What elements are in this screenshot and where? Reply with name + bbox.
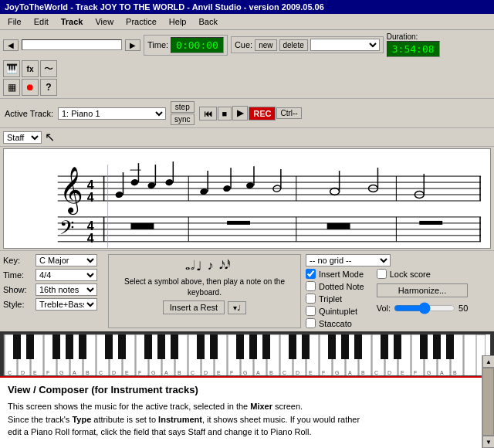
menu-file[interactable]: File [2, 15, 28, 28]
svg-text:E: E [309, 370, 313, 375]
triplet-label: Triplet [319, 294, 342, 304]
step-btn[interactable]: step [171, 101, 195, 113]
menu-help[interactable]: Help [163, 15, 193, 28]
half-note-sym[interactable]: 𝅗𝅥 [189, 258, 192, 274]
rest-options-btn[interactable]: ▾♩ [228, 301, 246, 314]
cue-select[interactable] [310, 39, 380, 51]
svg-text:D: D [21, 370, 25, 375]
active-track-select[interactable]: 1: Piano 1 [58, 107, 166, 120]
keyboard-icon-btn[interactable]: ▦ [3, 79, 20, 96]
duration-section: Duration: 3:54:08 [387, 32, 440, 57]
description-paragraph-1: This screen shows the music for the acti… [8, 400, 486, 413]
triplet-checkbox[interactable] [306, 294, 316, 304]
svg-rect-109 [289, 334, 296, 359]
stop-btn[interactable]: ■ [218, 107, 232, 120]
time-sig-select[interactable]: 4/4 3/4 6/8 [36, 269, 97, 281]
svg-rect-101 [144, 334, 152, 359]
svg-text:C: C [191, 370, 195, 375]
desc-text2c: attribute is set to [91, 415, 158, 424]
scroll-left-btn[interactable]: ◀ [3, 39, 19, 51]
sync-btn[interactable]: sync [171, 114, 195, 125]
description-title: View / Composer (for Instrument tracks) [8, 384, 486, 395]
middle-panel: 𝅝 𝅗𝅥 ♩ ♪ 𝅘𝅥𝅯 𝅘𝅥𝅰 Select a symbol above, … [108, 254, 301, 328]
insert-mode-checkbox[interactable] [306, 269, 316, 279]
svg-text:A: A [256, 370, 260, 375]
key-select[interactable]: C Major G Major D Major A Minor [36, 254, 97, 266]
svg-text:G: G [243, 370, 247, 375]
dotted-note-checkbox[interactable] [306, 281, 316, 291]
menu-back[interactable]: Back [192, 15, 223, 28]
svg-text:B: B [361, 370, 365, 375]
help-btn[interactable]: ? [40, 79, 57, 96]
svg-rect-111 [328, 334, 336, 359]
quarter-note-sym[interactable]: ♩ [195, 258, 204, 274]
duration-display: 3:54:08 [387, 41, 440, 57]
scroll-up-btn[interactable]: ▲ [482, 355, 494, 368]
grid-row: -- no grid -- 1/4 1/8 1/16 [306, 254, 491, 266]
menu-edit[interactable]: Edit [28, 15, 55, 28]
staccato-checkbox[interactable] [306, 318, 316, 328]
svg-rect-53 [327, 223, 350, 229]
svg-text:F: F [414, 370, 417, 375]
time-label: Time: [147, 40, 168, 49]
dotted-note-label: Dotted Note [319, 282, 364, 291]
svg-rect-96 [52, 334, 60, 359]
sixteenth-note-sym[interactable]: 𝅘𝅥𝅯 [218, 258, 221, 274]
scroll-thumb[interactable] [482, 368, 494, 436]
duration-label: Duration: [387, 32, 440, 41]
grid-select[interactable]: -- no grid -- 1/4 1/8 1/16 [306, 254, 391, 266]
menu-track[interactable]: Track [55, 15, 90, 28]
play-btn[interactable]: ▶ [232, 106, 248, 120]
svg-text:B: B [453, 370, 457, 375]
eighth-note-sym[interactable]: ♪ [206, 258, 215, 274]
bottom-controls: Key: C Major G Major D Major A Minor Tim… [0, 250, 494, 331]
vol-slider[interactable] [394, 302, 455, 314]
cue-section: Cue: new delete [231, 36, 384, 53]
insert-rest-btn[interactable]: Insert a Rest [163, 300, 225, 314]
wavy-btn[interactable]: 〜 [40, 60, 57, 77]
svg-text:𝄞: 𝄞 [59, 167, 83, 216]
track-name-input[interactable] [22, 39, 122, 50]
cue-new-btn[interactable]: new [255, 39, 276, 51]
vol-value: 50 [458, 304, 468, 313]
show-label: Show: [3, 285, 32, 294]
svg-rect-110 [302, 334, 310, 359]
show-select[interactable]: 16th notes 8th notes Quarter notes [36, 283, 97, 296]
icon-row-bottom: ▦ ⏺ ? [3, 79, 57, 96]
description-paragraph-3: edit a Piano Roll format, click the fiel… [8, 426, 486, 439]
svg-text:A: A [164, 370, 168, 375]
svg-text:F: F [138, 370, 141, 375]
quintuplet-checkbox[interactable] [306, 306, 316, 316]
svg-rect-50 [130, 223, 154, 229]
rewind-btn[interactable]: ⏮ [199, 107, 217, 120]
right-scrollbar[interactable]: ▲ ▼ [482, 355, 494, 448]
piano-svg: /* Piano keys rendered in SVG */ [4, 334, 486, 376]
show-row: Show: 16th notes 8th notes Quarter notes [3, 283, 103, 296]
record-btn[interactable]: ⏺ [22, 79, 39, 96]
svg-rect-94 [13, 334, 21, 359]
piano-icon-btn[interactable]: 🎹 [3, 60, 20, 77]
scroll-right-btn[interactable]: ▶ [125, 39, 140, 51]
rec-btn[interactable]: REC [249, 107, 276, 120]
style-select[interactable]: Treble+Bass Treble Bass Piano Roll [36, 298, 97, 311]
svg-text:B: B [269, 370, 273, 375]
svg-text:C: C [374, 370, 378, 375]
key-label: Key: [3, 256, 32, 265]
lock-score-checkbox[interactable] [377, 269, 387, 279]
svg-rect-108 [262, 334, 270, 359]
menu-practice[interactable]: Practice [120, 15, 163, 28]
ctrl-btn[interactable]: Ctrl-- [276, 107, 301, 119]
svg-text:C: C [283, 370, 286, 375]
staff-type-select[interactable]: Staff Piano Roll [3, 131, 42, 144]
svg-text:C: C [99, 370, 103, 375]
harmonize-btn[interactable]: Harmonize... [377, 283, 469, 297]
fx-btn[interactable]: fx [22, 60, 39, 77]
cue-delete-btn[interactable]: delete [279, 39, 308, 51]
thirtysecond-note-sym[interactable]: 𝅘𝅥𝅰 [223, 258, 226, 274]
whole-note-sym[interactable]: 𝅝 [184, 258, 187, 274]
right-icons: 🎹 fx 〜 ▦ ⏺ ? [3, 60, 57, 96]
menu-view[interactable]: View [89, 15, 120, 28]
scroll-down-btn[interactable]: ▼ [482, 436, 494, 448]
svg-rect-99 [105, 334, 113, 359]
vol-label: Vol: [377, 304, 391, 313]
